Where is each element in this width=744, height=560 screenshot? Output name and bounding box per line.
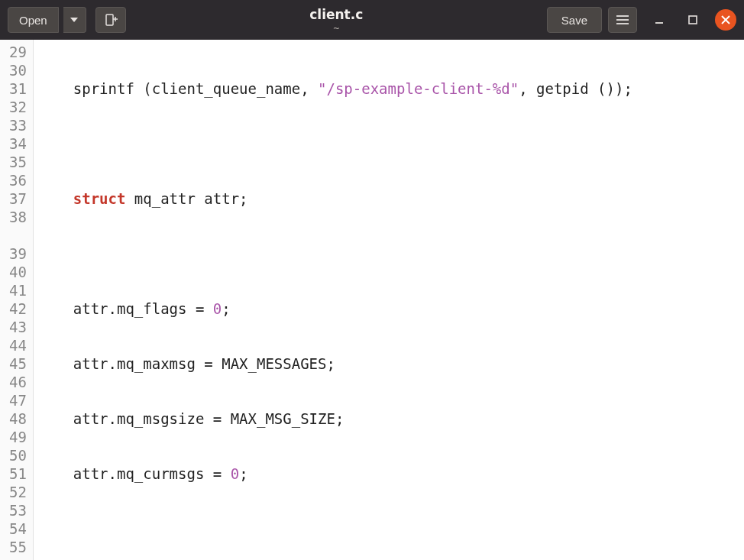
titlebar-left: Open xyxy=(8,7,126,33)
maximize-icon xyxy=(687,15,698,25)
chevron-down-icon xyxy=(70,18,78,22)
line-number: 30 xyxy=(0,61,27,79)
line-number: 32 xyxy=(0,98,27,116)
line-number: 51 xyxy=(0,465,27,483)
code-line: struct mq_attr attr; xyxy=(38,189,744,208)
code-line xyxy=(38,134,744,153)
line-number: 41 xyxy=(0,281,27,299)
titlebar: Open client.c ~ Save xyxy=(0,0,744,40)
line-number: 54 xyxy=(0,520,27,538)
editor: 2930313233343536373839404142434445464748… xyxy=(0,40,744,560)
document-path: ~ xyxy=(132,24,541,34)
line-number: 34 xyxy=(0,134,27,153)
code-line xyxy=(38,520,744,538)
line-number: 31 xyxy=(0,79,27,98)
hamburger-menu-button[interactable] xyxy=(608,7,637,33)
line-number-continuation xyxy=(0,226,27,244)
line-number: 29 xyxy=(0,43,27,61)
code-line: attr.mq_msgsize = MAX_MSG_SIZE; xyxy=(38,409,744,428)
code-area[interactable]: sprintf (client_queue_name, "/sp-example… xyxy=(34,40,744,560)
titlebar-right: Save xyxy=(547,7,736,33)
line-number: 50 xyxy=(0,446,27,465)
minimize-button[interactable] xyxy=(648,8,671,31)
line-number: 52 xyxy=(0,483,27,501)
titlebar-center: client.c ~ xyxy=(132,7,541,34)
new-tab-button[interactable] xyxy=(95,7,126,33)
minimize-icon xyxy=(654,15,665,25)
line-number: 37 xyxy=(0,189,27,208)
code-line: sprintf (client_queue_name, "/sp-example… xyxy=(38,79,744,98)
line-number: 40 xyxy=(0,263,27,281)
line-number-gutter: 2930313233343536373839404142434445464748… xyxy=(0,40,34,560)
line-number: 49 xyxy=(0,428,27,446)
line-number: 36 xyxy=(0,171,27,189)
document-title: client.c xyxy=(132,7,541,22)
line-number: 39 xyxy=(0,244,27,263)
close-icon xyxy=(721,15,730,24)
hamburger-icon xyxy=(616,15,629,24)
line-number: 55 xyxy=(0,538,27,556)
line-number: 48 xyxy=(0,409,27,428)
code-line: attr.mq_flags = 0; xyxy=(38,299,744,318)
code-line: attr.mq_curmsgs = 0; xyxy=(38,465,744,483)
save-button[interactable]: Save xyxy=(547,7,602,33)
code-line xyxy=(38,244,744,263)
line-number: 44 xyxy=(0,336,27,354)
line-number: 53 xyxy=(0,501,27,520)
new-document-icon xyxy=(104,13,118,27)
line-number: 35 xyxy=(0,153,27,171)
open-button[interactable]: Open xyxy=(8,7,59,33)
maximize-button[interactable] xyxy=(681,8,704,31)
line-number: 43 xyxy=(0,318,27,336)
open-dropdown-button[interactable] xyxy=(63,7,86,33)
line-number: 46 xyxy=(0,373,27,391)
svg-rect-7 xyxy=(689,16,697,24)
line-number: 33 xyxy=(0,116,27,134)
line-number: 45 xyxy=(0,354,27,373)
code-line: attr.mq_maxmsg = MAX_MESSAGES; xyxy=(38,354,744,373)
svg-rect-0 xyxy=(106,15,113,25)
line-number: 42 xyxy=(0,299,27,318)
close-button[interactable] xyxy=(715,9,736,31)
line-number: 47 xyxy=(0,391,27,409)
line-number: 38 xyxy=(0,208,27,226)
